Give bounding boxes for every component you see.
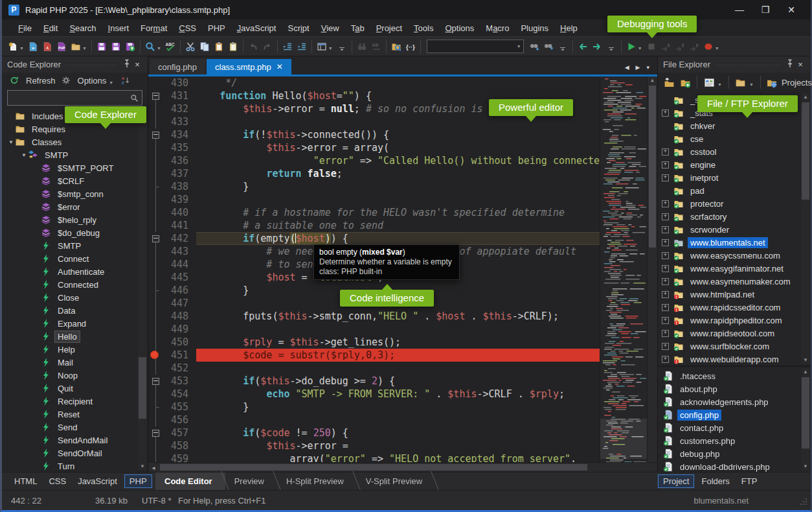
menu-item-edit[interactable]: Edit bbox=[38, 21, 63, 35]
fold-gutter[interactable] bbox=[148, 206, 163, 219]
fold-gutter[interactable] bbox=[148, 310, 163, 323]
scroll-up-icon[interactable]: ▲ bbox=[801, 368, 810, 376]
quick-search-combobox[interactable]: ▼ bbox=[427, 40, 524, 53]
toolbar-button-search-options[interactable] bbox=[556, 40, 570, 54]
tree-item-hello[interactable]: Hello bbox=[2, 330, 148, 343]
tree-item-sendandmail[interactable]: SendAndMail bbox=[2, 434, 148, 447]
toolbar-button-paste[interactable] bbox=[212, 40, 226, 54]
chevron-down-icon[interactable]: ▼ bbox=[19, 46, 24, 51]
menu-item-view[interactable]: View bbox=[315, 21, 345, 35]
menu-item-plugins[interactable]: Plugins bbox=[515, 21, 554, 35]
toolbar-button-paste-text[interactable] bbox=[226, 40, 240, 54]
menu-item-options[interactable]: Options bbox=[439, 21, 480, 35]
fold-gutter[interactable] bbox=[148, 297, 163, 310]
doc-type-tab-php[interactable]: PHP bbox=[124, 474, 152, 488]
folder-item[interactable]: +engine bbox=[658, 158, 811, 171]
tree-item-reset[interactable]: Reset bbox=[2, 408, 148, 421]
toolbar-button-save[interactable] bbox=[95, 40, 109, 54]
tree-item-classes[interactable]: ▼Classes bbox=[2, 135, 148, 148]
scroll-down-icon[interactable]: ▼ bbox=[801, 463, 810, 471]
menu-item-javascript[interactable]: JavaScript bbox=[231, 21, 282, 35]
folder-item[interactable]: +www.blumentals.net bbox=[658, 236, 811, 249]
panel-tab-ftp[interactable]: FTP bbox=[737, 475, 762, 487]
fold-gutter[interactable] bbox=[148, 232, 163, 245]
expand-plus-icon[interactable]: + bbox=[662, 291, 669, 298]
fold-gutter[interactable] bbox=[148, 219, 163, 232]
fold-gutter[interactable] bbox=[148, 89, 163, 102]
pin-icon[interactable] bbox=[122, 58, 132, 71]
tree-item-authenticate[interactable]: Authenticate bbox=[2, 265, 148, 278]
fold-collapse-icon[interactable] bbox=[152, 430, 159, 437]
fold-gutter[interactable] bbox=[148, 115, 163, 128]
toolbar-button-search-previous[interactable] bbox=[541, 40, 556, 54]
doc-type-tab-css[interactable]: CSS bbox=[44, 475, 71, 487]
close-panel-icon[interactable]: × bbox=[795, 60, 806, 69]
scrollbar-thumb[interactable] bbox=[802, 377, 809, 448]
expand-plus-icon[interactable]: + bbox=[662, 265, 669, 272]
scroll-down-icon[interactable]: ▼ bbox=[801, 356, 810, 364]
fold-gutter[interactable] bbox=[148, 76, 163, 89]
refresh-icon[interactable] bbox=[7, 73, 21, 87]
toolbar-button-record-macro[interactable] bbox=[701, 40, 716, 54]
fold-gutter[interactable] bbox=[148, 141, 163, 154]
expand-plus-icon[interactable]: + bbox=[662, 213, 669, 220]
toolbar-button-new-php-script[interactable]: PHP bbox=[54, 40, 69, 54]
tree-item-mail[interactable]: Mail bbox=[2, 356, 148, 369]
tree-item-requires[interactable]: Requires bbox=[2, 122, 148, 135]
fold-gutter[interactable] bbox=[148, 128, 163, 141]
folder-item[interactable]: +csstool bbox=[658, 145, 811, 158]
projects-icon[interactable] bbox=[765, 75, 780, 89]
tab-scroll-left-icon[interactable]: ◀ bbox=[625, 64, 629, 71]
expand-plus-icon[interactable]: + bbox=[662, 330, 669, 337]
scrollbar-thumb[interactable] bbox=[802, 102, 809, 200]
folder-item[interactable]: +scrwonder bbox=[658, 223, 811, 236]
fold-gutter[interactable] bbox=[148, 193, 163, 206]
expand-plus-icon[interactable]: + bbox=[662, 110, 669, 117]
expand-plus-icon[interactable]: + bbox=[662, 356, 669, 363]
editor-horizontal-scrollbar[interactable]: ◂ bbox=[148, 462, 657, 472]
toolbar-button-save-all[interactable] bbox=[109, 40, 123, 54]
folder-item[interactable]: +www.easygifanimator.net bbox=[658, 262, 811, 275]
tree-item-expand[interactable]: Expand bbox=[2, 317, 148, 330]
toolbar-button-new-web-page[interactable]: w bbox=[26, 40, 40, 54]
toolbar-button-cut[interactable] bbox=[183, 40, 197, 54]
expand-plus-icon[interactable]: + bbox=[662, 239, 669, 246]
fold-gutter[interactable] bbox=[148, 375, 163, 388]
toolbar-button-increase-indent[interactable] bbox=[295, 40, 309, 54]
new-folder-icon[interactable] bbox=[678, 75, 692, 89]
folder-item[interactable]: cse bbox=[658, 132, 811, 145]
refresh-label[interactable]: Refresh bbox=[26, 76, 56, 86]
toolbar-button-open-from-explorer[interactable] bbox=[389, 40, 403, 54]
minimap[interactable] bbox=[600, 76, 647, 462]
tree-item-quit[interactable]: Quit bbox=[2, 382, 148, 395]
scroll-up-icon[interactable]: ▲ bbox=[648, 76, 657, 84]
menu-item-help[interactable]: Help bbox=[554, 21, 583, 35]
toolbar-button-copy[interactable] bbox=[197, 40, 212, 54]
chevron-down-icon[interactable]: ▼ bbox=[328, 46, 333, 51]
fold-gutter[interactable] bbox=[148, 401, 163, 413]
view-tab-v-split-preview[interactable]: V-Split Preview bbox=[357, 472, 435, 490]
search-input[interactable] bbox=[8, 93, 130, 103]
toolbar-button-spell-check[interactable]: ABC bbox=[163, 40, 177, 54]
menu-item-php[interactable]: PHP bbox=[202, 21, 231, 35]
toolbar-button-toolbar-overflow[interactable] bbox=[335, 40, 349, 54]
fold-gutter[interactable] bbox=[148, 388, 163, 401]
chevron-down-icon[interactable]: ▼ bbox=[157, 46, 161, 51]
fold-gutter[interactable] bbox=[148, 167, 163, 180]
folder-item[interactable]: +scrfactory bbox=[658, 210, 811, 223]
tree-expand-icon[interactable]: ▼ bbox=[7, 139, 15, 145]
editor-tab-config.php[interactable]: config.php bbox=[150, 59, 205, 75]
toolbar-button-run[interactable] bbox=[624, 40, 638, 54]
fold-collapse-icon[interactable] bbox=[152, 93, 159, 100]
tree-item-data[interactable]: Data bbox=[2, 304, 148, 317]
scroll-down-icon[interactable]: ▼ bbox=[138, 463, 147, 471]
scroll-up-icon[interactable]: ▲ bbox=[801, 93, 810, 101]
maximize-button[interactable]: ❒ bbox=[752, 5, 778, 15]
file-item[interactable]: .htaccess bbox=[658, 369, 811, 382]
fold-gutter[interactable] bbox=[148, 258, 163, 271]
menu-item-script[interactable]: Script bbox=[282, 21, 315, 35]
parent-folder-icon[interactable] bbox=[662, 75, 676, 89]
menu-item-insert[interactable]: Insert bbox=[102, 21, 135, 35]
view-mode-icon[interactable] bbox=[702, 75, 716, 89]
file-item[interactable]: acknowledgements.php bbox=[658, 395, 811, 408]
